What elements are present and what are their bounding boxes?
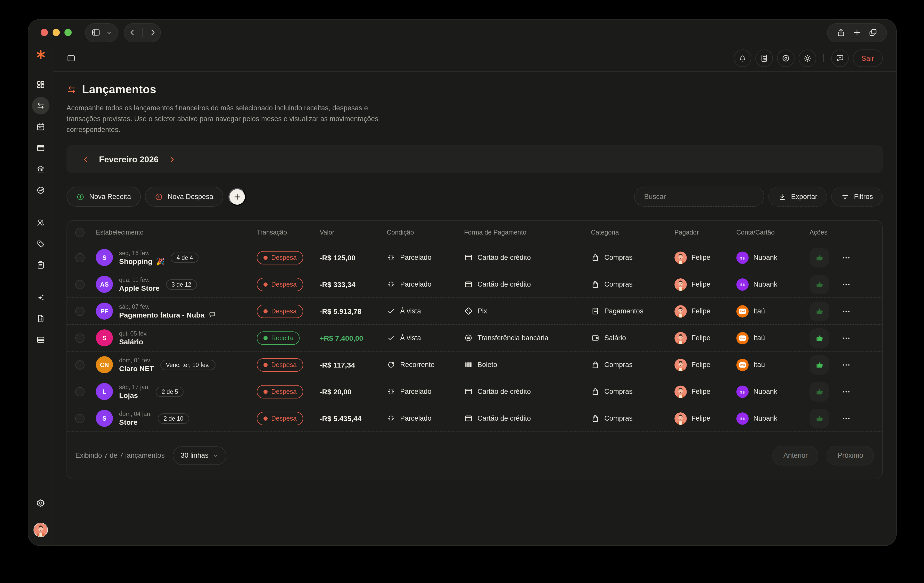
- prev-page-button[interactable]: Anterior: [772, 446, 818, 465]
- doc-lines-icon: [591, 307, 600, 315]
- account-name: Itaú: [753, 334, 765, 342]
- confirm-button[interactable]: [810, 275, 829, 294]
- payment-label: Transferência bancária: [477, 334, 548, 342]
- sidebar-item-transactions[interactable]: [32, 97, 49, 114]
- more-options-button[interactable]: [842, 360, 851, 369]
- thumbs-up-icon: [815, 360, 824, 369]
- more-options-button[interactable]: [842, 253, 851, 262]
- sidebar-item-tags[interactable]: [32, 235, 49, 253]
- theme-button[interactable]: [799, 49, 816, 67]
- account-name: Nubank: [753, 280, 777, 288]
- sidebar-item-reports[interactable]: [32, 310, 49, 327]
- table-row[interactable]: L sáb, 17 jan. Lojas 2 de 5 Despesa -R$ …: [67, 378, 882, 405]
- calculator-button[interactable]: [756, 49, 773, 67]
- table-row[interactable]: S dom, 04 jan. Store 2 de 10 Despesa -R$…: [67, 405, 882, 432]
- sidebar-item-cards[interactable]: [32, 139, 49, 157]
- app-logo[interactable]: [35, 49, 46, 63]
- select-all-checkbox[interactable]: [75, 227, 84, 237]
- feedback-button[interactable]: [831, 49, 849, 67]
- more-options-button[interactable]: [842, 306, 851, 316]
- panel-toggle-icon[interactable]: [66, 54, 76, 63]
- installment-badge: 4 de 4: [171, 252, 199, 263]
- new-expense-button[interactable]: Nova Despesa: [145, 187, 223, 207]
- prev-month-button[interactable]: [82, 155, 90, 163]
- installment-badge: 3 de 12: [166, 279, 197, 290]
- filters-button[interactable]: Filtros: [832, 187, 883, 207]
- sidebar-item-users[interactable]: [32, 214, 49, 231]
- row-checkbox[interactable]: [75, 253, 84, 262]
- confirm-button[interactable]: [810, 408, 829, 428]
- table-row[interactable]: PF sáb, 07 fev. Pagamento fatura - Nuba …: [67, 298, 882, 325]
- next-month-button[interactable]: [168, 155, 176, 163]
- forward-icon[interactable]: [148, 28, 157, 37]
- loader-icon: [387, 253, 396, 262]
- credit-card-icon: [464, 280, 473, 289]
- more-options-button[interactable]: [842, 333, 851, 343]
- wallet-icon: [591, 334, 600, 342]
- more-options-button[interactable]: [842, 280, 851, 289]
- share-icon[interactable]: [836, 28, 845, 37]
- sidebar-item-ai[interactable]: [32, 289, 49, 306]
- merchant-name: Apple Store: [119, 284, 160, 292]
- quick-add-button[interactable]: [228, 188, 246, 206]
- transaction-date: dom, 01 fev.: [119, 357, 154, 363]
- privacy-button[interactable]: [777, 49, 795, 67]
- sidebar-item-settings[interactable]: [32, 494, 49, 512]
- row-checkbox[interactable]: [75, 360, 84, 369]
- sidebar-item-wallet[interactable]: [32, 331, 49, 349]
- ellipsis-icon: [842, 387, 851, 396]
- confirm-button[interactable]: [810, 301, 829, 321]
- search-input[interactable]: [644, 193, 754, 201]
- notifications-button[interactable]: [734, 49, 751, 67]
- transaction-type-badge: Despesa: [257, 251, 304, 264]
- row-checkbox[interactable]: [75, 280, 84, 289]
- confirm-button[interactable]: [810, 355, 829, 374]
- rows-per-page-select[interactable]: 30 linhas: [173, 446, 227, 465]
- merchant-name: Lojas: [119, 391, 138, 399]
- table-row[interactable]: S qui, 05 fev. Salário Receita +R$ 7.400…: [67, 325, 882, 352]
- comment-icon[interactable]: [208, 311, 216, 319]
- row-checkbox[interactable]: [75, 333, 84, 343]
- type-dot: [264, 255, 267, 260]
- next-page-button[interactable]: Próximo: [827, 446, 874, 465]
- nubank-logo: [736, 385, 749, 398]
- payment-label: Cartão de crédito: [477, 254, 531, 261]
- export-button[interactable]: Exportar: [768, 187, 827, 207]
- category-label: Pagamentos: [604, 307, 644, 315]
- tab-overview-icon[interactable]: [869, 28, 878, 37]
- sidebar-item-accounts[interactable]: [32, 160, 49, 178]
- row-checkbox[interactable]: [75, 306, 84, 316]
- calculator-icon: [759, 54, 769, 63]
- payer-avatar: [675, 278, 687, 290]
- table-row[interactable]: CN dom, 01 fev. Claro NET Venc. ter, 10 …: [67, 352, 882, 378]
- table-row[interactable]: S seg, 16 fev. Shopping 🎉 4 de 4 Despesa…: [67, 244, 882, 271]
- sidebar-item-calendar[interactable]: [32, 118, 49, 135]
- back-icon[interactable]: [128, 28, 137, 37]
- minimize-button[interactable]: [53, 29, 60, 36]
- close-button[interactable]: [41, 29, 48, 36]
- transaction-value: -R$ 5.435,44: [320, 414, 387, 422]
- logout-button[interactable]: Sair: [853, 49, 883, 67]
- table-row[interactable]: AS qua, 11 fev. Apple Store 3 de 12 Desp…: [67, 271, 882, 298]
- row-checkbox[interactable]: [75, 414, 84, 423]
- confirm-button[interactable]: [810, 248, 829, 267]
- row-checkbox[interactable]: [75, 387, 84, 396]
- sidebar-toggle-button[interactable]: [85, 23, 118, 42]
- confirm-button[interactable]: [810, 382, 829, 401]
- new-income-button[interactable]: Nova Receita: [66, 187, 141, 207]
- more-options-button[interactable]: [842, 414, 851, 423]
- sidebar-item-lists[interactable]: [32, 256, 49, 274]
- thumbs-up-icon: [815, 280, 824, 289]
- zoom-button[interactable]: [64, 29, 72, 36]
- sidebar-item-investments[interactable]: [32, 181, 49, 199]
- confirm-button[interactable]: [810, 328, 829, 347]
- sidebar-item-dashboard[interactable]: [32, 76, 49, 93]
- new-tab-icon[interactable]: [852, 28, 861, 37]
- thumbs-up-icon: [815, 253, 824, 262]
- divider: [823, 54, 824, 63]
- payer-avatar: [675, 385, 687, 398]
- shopping-bag-icon: [591, 387, 600, 396]
- more-options-button[interactable]: [842, 387, 851, 396]
- chat-icon: [835, 54, 845, 63]
- user-avatar[interactable]: [33, 523, 48, 537]
